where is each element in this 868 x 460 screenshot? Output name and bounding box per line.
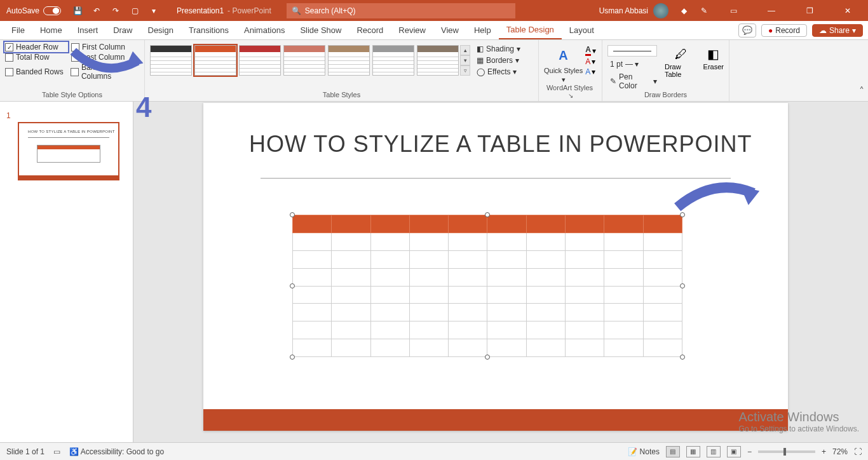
checkbox-header-row[interactable]: ✓Header Row <box>5 43 67 51</box>
accessibility-button[interactable]: ♿ Accessibility: Good to go <box>69 447 164 456</box>
tabs-right: 💬 ●Record ☁ Share ▾ <box>738 24 863 37</box>
table-style-thumb[interactable] <box>194 45 236 76</box>
text-effects-button[interactable]: A ▾ <box>585 67 596 76</box>
title-bar: AutoSave Off 💾 ↶ ↷ ▢ ▾ Presentation1 - P… <box>0 0 868 21</box>
checkbox-total-row[interactable]: Total Row <box>5 53 67 62</box>
ribbon: ✓Header Row First Column Total Row Last … <box>0 40 868 102</box>
group-label-table-styles: Table Styles <box>150 91 533 100</box>
tab-file[interactable]: File <box>4 21 32 39</box>
draw-table-button[interactable]: 🖊Draw Table <box>665 45 698 78</box>
resize-handle[interactable] <box>485 212 490 217</box>
tab-view[interactable]: View <box>433 21 466 39</box>
group-draw-borders: 1 pt — ▾ ✎ Pen Color ▾ 🖊Draw Table ◧Eras… <box>602 40 729 101</box>
slide-footer-bar <box>203 409 788 431</box>
table[interactable] <box>292 215 682 357</box>
borders-button[interactable]: ▦ Borders ▾ <box>474 55 523 65</box>
present-from-start-icon[interactable]: ▢ <box>130 6 140 16</box>
table-style-thumb[interactable] <box>150 45 192 76</box>
save-icon[interactable]: 💾 <box>72 6 83 16</box>
group-label-wordart: WordArt Styles ↘ <box>544 84 597 100</box>
slide-canvas[interactable]: HOW TO STYLIZE A TABLE IN POWERPOINT <box>203 103 788 431</box>
close-icon[interactable]: ✕ <box>834 0 862 21</box>
table-style-thumb[interactable] <box>239 45 281 76</box>
tab-design[interactable]: Design <box>140 21 181 39</box>
collapse-ribbon-icon[interactable]: ˄ <box>855 81 868 101</box>
magic-icon[interactable]: ✎ <box>699 6 709 16</box>
comments-button[interactable]: 💬 <box>738 24 756 37</box>
tab-review[interactable]: Review <box>391 21 433 39</box>
maximize-icon[interactable]: ❐ <box>796 0 824 21</box>
gallery-down-icon[interactable]: ▾ <box>460 55 470 65</box>
search-box[interactable]: 🔍 Search (Alt+Q) <box>287 3 515 18</box>
spellcheck-icon[interactable]: ▭ <box>53 447 60 456</box>
resize-handle[interactable] <box>290 355 295 360</box>
table-style-thumb[interactable] <box>283 45 325 76</box>
resize-handle[interactable] <box>485 355 490 360</box>
text-fill-button[interactable]: A ▾ <box>585 45 596 56</box>
sorter-view-icon[interactable]: ▦ <box>686 446 700 457</box>
resize-handle[interactable] <box>680 283 685 288</box>
slide-editor[interactable]: HOW TO STYLIZE A TABLE IN POWERPOINT <box>133 102 868 442</box>
eraser-button[interactable]: ◧Eraser <box>703 45 724 71</box>
pen-color-button[interactable]: ✎ Pen Color ▾ <box>607 72 660 91</box>
undo-icon[interactable]: ↶ <box>92 6 102 16</box>
share-button[interactable]: ☁ Share ▾ <box>812 24 863 37</box>
resize-handle[interactable] <box>290 212 295 217</box>
effects-button[interactable]: ◯ Effects ▾ <box>474 67 523 77</box>
autosave-toggle[interactable]: Off <box>43 6 61 15</box>
tab-help[interactable]: Help <box>466 21 499 39</box>
checkbox-last-column[interactable]: Last Column <box>71 53 125 62</box>
tab-table-design[interactable]: Table Design <box>499 21 562 39</box>
reading-view-icon[interactable]: ▥ <box>707 446 721 457</box>
diamond-icon[interactable]: ◆ <box>679 6 689 16</box>
text-outline-button[interactable]: A ▾ <box>585 57 596 66</box>
customize-qat-icon[interactable]: ▾ <box>149 6 159 16</box>
record-button[interactable]: ●Record <box>761 24 807 37</box>
shading-button[interactable]: ◧ Shading ▾ <box>474 44 523 54</box>
pen-style-dropdown[interactable] <box>607 45 657 57</box>
pen-weight-dropdown[interactable]: 1 pt — ▾ <box>607 59 660 69</box>
dialog-launcher-icon[interactable]: ↘ <box>568 92 573 99</box>
annotation-step-number: 4 <box>136 91 151 123</box>
avatar <box>653 3 668 18</box>
resize-handle[interactable] <box>680 212 685 217</box>
quick-styles-button[interactable]: A Quick Styles▾ <box>544 45 583 84</box>
tab-slideshow[interactable]: Slide Show <box>292 21 349 39</box>
account-button[interactable]: Usman Abbasi <box>599 3 668 18</box>
resize-handle[interactable] <box>680 355 685 360</box>
zoom-level[interactable]: 72% <box>832 447 848 456</box>
tab-draw[interactable]: Draw <box>105 21 140 39</box>
table-object[interactable] <box>292 215 682 357</box>
zoom-in-icon[interactable]: + <box>822 447 826 456</box>
checkbox-first-column[interactable]: First Column <box>71 43 125 51</box>
tab-transitions[interactable]: Transitions <box>181 21 236 39</box>
ribbon-display-icon[interactable]: ▭ <box>719 0 747 21</box>
status-bar: Slide 1 of 1 ▭ ♿ Accessibility: Good to … <box>0 442 868 460</box>
tab-home[interactable]: Home <box>32 21 70 39</box>
tab-animations[interactable]: Animations <box>236 21 292 39</box>
slide-thumbnail[interactable]: HOW TO STYLIZE A TABLE IN POWERPOINT <box>18 122 119 180</box>
checkbox-banded-rows[interactable]: Banded Rows <box>5 63 67 81</box>
fit-to-window-icon[interactable]: ⛶ <box>854 447 862 456</box>
gallery-more-icon[interactable]: ▿ <box>460 65 470 76</box>
workspace: 1 HOW TO STYLIZE A TABLE IN POWERPOINT H… <box>0 102 868 442</box>
zoom-out-icon[interactable]: − <box>747 447 752 456</box>
tab-layout[interactable]: Layout <box>562 21 602 39</box>
slide-thumbnail-number: 1 <box>6 111 11 120</box>
resize-handle[interactable] <box>290 283 295 288</box>
minimize-icon[interactable]: — <box>757 0 785 21</box>
tab-record[interactable]: Record <box>349 21 391 39</box>
slideshow-view-icon[interactable]: ▣ <box>727 446 741 457</box>
tab-insert[interactable]: Insert <box>70 21 106 39</box>
normal-view-icon[interactable]: ▤ <box>666 446 680 457</box>
table-style-thumb[interactable] <box>328 45 370 76</box>
table-style-thumb[interactable] <box>417 45 459 76</box>
notes-button[interactable]: 📝 Notes <box>628 447 660 456</box>
slide-title-text[interactable]: HOW TO STYLIZE A TABLE IN POWERPOINT <box>249 131 752 158</box>
gallery-up-icon[interactable]: ▴ <box>460 45 470 55</box>
table-style-thumb[interactable] <box>372 45 414 76</box>
redo-icon[interactable]: ↷ <box>111 6 121 16</box>
zoom-slider[interactable] <box>758 450 815 453</box>
checkbox-banded-columns[interactable]: Banded Columns <box>71 63 139 81</box>
autosave-label: AutoSave <box>6 6 39 15</box>
